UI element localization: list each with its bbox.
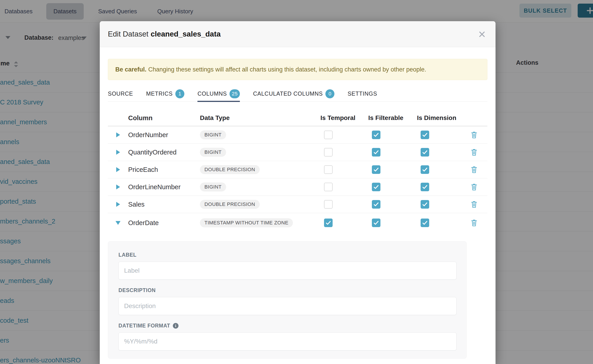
trash-icon [471,166,477,173]
delete-column-button[interactable] [469,148,479,156]
info-icon[interactable]: i [173,323,178,329]
datetime-format-field-label: DATETIME FORMATi [119,323,456,329]
data-type-pill: BIGINT [200,148,226,157]
close-icon [478,31,486,38]
table-row-expanded: OrderDate TIMESTAMP WITHOUT TIME ZONE [108,213,488,233]
header-is-dimension: Is Dimension [415,114,467,122]
header-is-filterable: Is Filterable [366,114,415,122]
modal-title: Edit Datasetcleaned_sales_data [108,30,221,38]
expand-caret-icon[interactable] [116,202,120,207]
column-detail-panel: LABEL DESCRIPTION DATETIME FORMATi [108,241,467,359]
tab-metrics-label: METRICS [146,91,173,97]
is-filterable-checkbox[interactable] [372,219,381,227]
calculated-columns-count-badge: 0 [325,89,334,98]
modal-title-dataset-name: cleaned_sales_data [151,30,221,38]
collapse-caret-icon[interactable] [116,221,120,225]
is-dimension-checkbox[interactable] [421,148,429,156]
metrics-count-badge: 1 [175,89,184,98]
is-filterable-checkbox[interactable] [372,130,381,139]
label-field-label: LABEL [119,252,456,258]
expand-caret-icon[interactable] [116,167,120,172]
tab-settings-label: SETTINGS [348,91,377,97]
trash-icon [471,131,477,139]
tab-settings[interactable]: SETTINGS [348,86,377,102]
is-temporal-checkbox[interactable] [324,165,333,174]
header-data-type: Data Type [200,114,318,122]
tab-calculated-columns-label: CALCULATED COLUMNS [253,91,323,97]
is-filterable-checkbox[interactable] [372,148,381,156]
close-button[interactable] [477,30,487,39]
column-name: Sales [128,201,200,208]
is-temporal-checkbox[interactable] [324,200,333,209]
is-dimension-checkbox[interactable] [421,219,429,227]
delete-column-button[interactable] [469,131,479,139]
columns-table: Column Data Type Is Temporal Is Filterab… [108,110,488,359]
is-temporal-checkbox[interactable] [324,183,333,191]
delete-column-button[interactable] [469,166,479,173]
column-name: QuantityOrdered [128,149,200,156]
table-row: Sales DOUBLE PRECISION [108,196,488,213]
delete-column-button[interactable] [469,183,479,191]
modal-body: Be careful. Changing these settings will… [100,59,495,359]
is-dimension-checkbox[interactable] [421,200,429,209]
description-field-label: DESCRIPTION [119,287,456,293]
screen: Databases Datasets Saved Queries Query H… [0,0,593,364]
is-filterable-checkbox[interactable] [372,200,381,209]
data-type-pill: TIMESTAMP WITHOUT TIME ZONE [200,218,293,227]
table-row: QuantityOrdered BIGINT [108,144,488,161]
column-name: OrderLineNumber [128,183,200,191]
is-filterable-checkbox[interactable] [372,183,381,191]
warning-bold: Be careful. [115,66,146,73]
label-input[interactable] [119,262,456,280]
header-is-temporal: Is Temporal [318,114,366,122]
columns-table-header: Column Data Type Is Temporal Is Filterab… [108,110,488,126]
data-type-pill: DOUBLE PRECISION [200,200,260,209]
trash-icon [471,201,477,208]
is-dimension-checkbox[interactable] [421,130,429,139]
is-dimension-checkbox[interactable] [421,183,429,191]
edit-dataset-modal: Edit Datasetcleaned_sales_data Be carefu… [100,21,495,364]
warning-banner: Be careful. Changing these settings will… [108,59,488,80]
datetime-format-input[interactable] [119,332,456,351]
data-type-pill: DOUBLE PRECISION [200,165,260,174]
warning-text: Changing these settings will affect all … [148,66,426,73]
modal-title-prefix: Edit Dataset [108,30,148,38]
modal-header: Edit Datasetcleaned_sales_data [100,21,495,47]
column-name: PriceEach [128,166,200,173]
expand-caret-icon[interactable] [116,150,120,155]
expand-caret-icon[interactable] [116,184,120,189]
tab-columns-label: COLUMNS [198,91,227,97]
is-temporal-checkbox[interactable] [324,148,333,156]
is-temporal-checkbox[interactable] [324,219,333,227]
expand-caret-icon[interactable] [116,132,120,137]
is-filterable-checkbox[interactable] [372,165,381,174]
data-type-pill: BIGINT [200,130,226,139]
table-row: OrderLineNumber BIGINT [108,178,488,196]
tab-calculated-columns[interactable]: CALCULATED COLUMNS0 [253,86,334,102]
trash-icon [471,148,477,156]
trash-icon [471,219,477,227]
tab-source-label: SOURCE [108,91,133,97]
table-row: PriceEach DOUBLE PRECISION [108,161,488,178]
columns-count-badge: 25 [230,89,240,98]
description-input[interactable] [119,297,456,315]
tab-source[interactable]: SOURCE [108,86,133,102]
is-dimension-checkbox[interactable] [421,165,429,174]
delete-column-button[interactable] [469,201,479,208]
tab-columns[interactable]: COLUMNS25 [198,86,240,102]
delete-column-button[interactable] [469,219,479,227]
header-column: Column [128,114,200,122]
modal-tabs: SOURCE METRICS1 COLUMNS25 CALCULATED COL… [108,86,488,102]
column-name: OrderDate [128,219,200,227]
data-type-pill: BIGINT [200,182,226,191]
trash-icon [471,183,477,191]
tab-metrics[interactable]: METRICS1 [146,86,184,102]
table-row: OrderNumber BIGINT [108,126,488,144]
is-temporal-checkbox[interactable] [324,130,333,139]
column-name: OrderNumber [128,131,200,139]
